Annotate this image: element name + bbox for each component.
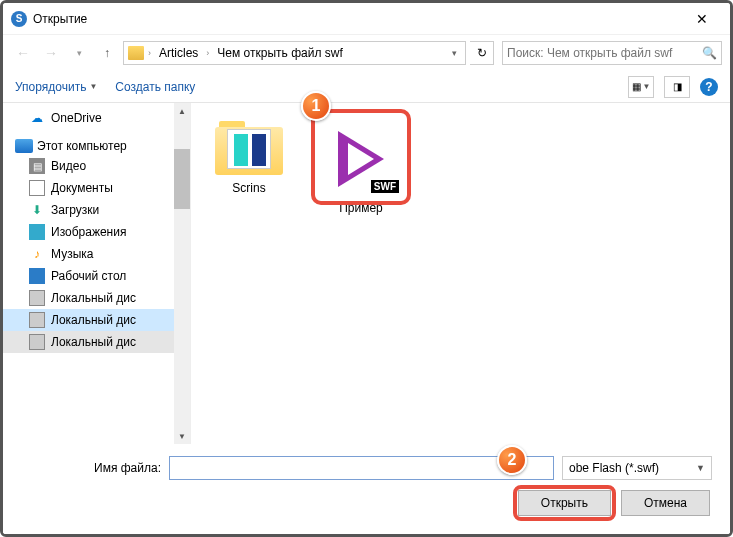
titlebar: S Открытие ✕: [3, 3, 730, 35]
desktop-icon: [29, 268, 45, 284]
sidebar-item-label: Изображения: [51, 225, 126, 239]
nav-up-button[interactable]: ↑: [95, 41, 119, 65]
swf-file-highlighted: SWF Пример: [317, 115, 405, 223]
window-title: Открытие: [33, 12, 682, 26]
sidebar-item-videos[interactable]: ▤Видео: [3, 155, 190, 177]
file-label: Scrins: [232, 181, 265, 195]
swf-file-item[interactable]: SWF Пример: [321, 119, 401, 219]
organize-menu[interactable]: Упорядочить ▼: [15, 80, 97, 94]
navigation-bar: ← → ▾ ↑ › Articles › Чем открыть файл sw…: [3, 35, 730, 71]
sidebar-item-label: Рабочий стол: [51, 269, 126, 283]
close-button[interactable]: ✕: [682, 5, 722, 33]
folder-icon: [215, 119, 283, 175]
view-options-button[interactable]: ▦ ▼: [628, 76, 654, 98]
disk-icon: [29, 312, 45, 328]
search-input[interactable]: [507, 46, 702, 60]
file-list[interactable]: Scrins SWF Пример: [191, 103, 730, 444]
sidebar-scrollbar[interactable]: ▲ ▼: [174, 103, 190, 444]
sidebar-item-label: Локальный дис: [51, 313, 136, 327]
sidebar-item-desktop[interactable]: Рабочий стол: [3, 265, 190, 287]
sidebar-item-label: Музыка: [51, 247, 93, 261]
sidebar-onedrive[interactable]: ☁ OneDrive: [3, 107, 190, 129]
sidebar-item-disk[interactable]: Локальный дис: [3, 331, 190, 353]
navigation-sidebar: ☁ OneDrive Этот компьютер ▤Видео Докумен…: [3, 103, 191, 444]
help-button[interactable]: ?: [700, 78, 718, 96]
onedrive-icon: ☁: [29, 110, 45, 126]
sidebar-item-label: Локальный дис: [51, 291, 136, 305]
filetype-dropdown[interactable]: obe Flash (*.swf) ▼: [562, 456, 712, 480]
toolbar: Упорядочить ▼ Создать папку ▦ ▼ ◨ ?: [3, 71, 730, 103]
nav-back-button[interactable]: ←: [11, 41, 35, 65]
sidebar-item-downloads[interactable]: ⬇Загрузки: [3, 199, 190, 221]
chevron-right-icon: ›: [148, 48, 151, 58]
breadcrumb-item[interactable]: Articles: [155, 44, 202, 62]
open-file-dialog: S Открытие ✕ ← → ▾ ↑ › Articles › Чем от…: [3, 3, 730, 534]
breadcrumb-item[interactable]: Чем открыть файл swf: [213, 44, 346, 62]
address-bar[interactable]: › Articles › Чем открыть файл swf ▾: [123, 41, 466, 65]
disk-icon: [29, 290, 45, 306]
new-folder-button[interactable]: Создать папку: [115, 80, 195, 94]
address-dropdown[interactable]: ▾: [448, 48, 461, 58]
sidebar-item-label: OneDrive: [51, 111, 102, 125]
filetype-label: obe Flash (*.swf): [569, 461, 659, 475]
image-icon: [29, 224, 45, 240]
swf-badge: SWF: [371, 180, 399, 193]
toolbar-right: ▦ ▼ ◨ ?: [628, 76, 718, 98]
folder-icon: [128, 46, 144, 60]
scroll-down-button[interactable]: ▼: [174, 428, 190, 444]
annotation-callout-1: 1: [301, 91, 331, 121]
annotation-callout-2: 2: [497, 445, 527, 475]
button-row: Открыть Отмена: [21, 490, 712, 516]
cancel-button[interactable]: Отмена: [621, 490, 710, 516]
nav-forward-button[interactable]: →: [39, 41, 63, 65]
filename-label: Имя файла:: [21, 461, 161, 475]
scroll-up-button[interactable]: ▲: [174, 103, 190, 119]
chevron-down-icon: ▼: [89, 82, 97, 91]
sidebar-item-label: Документы: [51, 181, 113, 195]
organize-label: Упорядочить: [15, 80, 86, 94]
document-icon: [29, 180, 45, 196]
search-box[interactable]: 🔍: [502, 41, 722, 65]
scroll-thumb[interactable]: [174, 149, 190, 209]
open-button[interactable]: Открыть: [518, 490, 611, 516]
content-area: ☁ OneDrive Этот компьютер ▤Видео Докумен…: [3, 103, 730, 444]
sidebar-item-label: Загрузки: [51, 203, 99, 217]
music-icon: ♪: [29, 246, 45, 262]
app-icon: S: [11, 11, 27, 27]
dialog-footer: Имя файла: obe Flash (*.swf) ▼ Открыть О…: [3, 444, 730, 534]
sidebar-item-disk[interactable]: Локальный дис: [3, 287, 190, 309]
chevron-right-icon: ›: [206, 48, 209, 58]
filename-row: Имя файла: obe Flash (*.swf) ▼: [21, 456, 712, 480]
sidebar-item-pictures[interactable]: Изображения: [3, 221, 190, 243]
chevron-down-icon: ▼: [696, 463, 705, 473]
file-label: Пример: [339, 201, 383, 215]
pc-icon: [15, 139, 33, 153]
refresh-button[interactable]: ↻: [470, 41, 494, 65]
video-icon: ▤: [29, 158, 45, 174]
sidebar-item-documents[interactable]: Документы: [3, 177, 190, 199]
sidebar-this-pc[interactable]: Этот компьютер: [3, 137, 190, 155]
preview-pane-button[interactable]: ◨: [664, 76, 690, 98]
download-icon: ⬇: [29, 202, 45, 218]
sidebar-item-music[interactable]: ♪Музыка: [3, 243, 190, 265]
swf-play-icon: SWF: [325, 123, 397, 195]
sidebar-item-label: Локальный дис: [51, 335, 136, 349]
folder-item[interactable]: Scrins: [211, 115, 287, 199]
sidebar-item-label: Этот компьютер: [37, 139, 127, 153]
nav-recent-dropdown[interactable]: ▾: [67, 41, 91, 65]
sidebar-item-label: Видео: [51, 159, 86, 173]
sidebar-item-disk[interactable]: Локальный дис: [3, 309, 190, 331]
search-icon[interactable]: 🔍: [702, 46, 717, 60]
open-button-highlighted: Открыть: [518, 490, 611, 516]
disk-icon: [29, 334, 45, 350]
